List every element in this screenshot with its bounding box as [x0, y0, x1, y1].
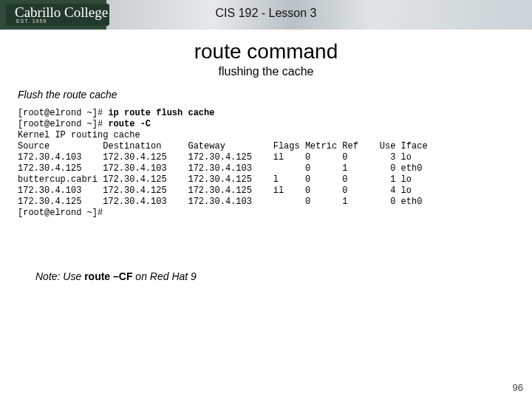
cell: 172.30.4.103 — [103, 163, 166, 174]
prompt: [root@elrond ~]# — [18, 108, 108, 118]
command: ip route flush cache — [108, 108, 214, 118]
cell: 172.30.4.103 — [188, 163, 251, 174]
col-source: Source — [18, 141, 50, 151]
cell: 0 — [390, 163, 395, 174]
page-number: 96 — [513, 382, 523, 393]
cell: 0 — [305, 163, 310, 174]
cell: 1 — [390, 174, 395, 185]
section-label: Flush the route cache — [18, 89, 519, 100]
command: route -C — [108, 119, 151, 129]
cell: 0 — [305, 152, 310, 163]
cell: 0 — [305, 174, 310, 185]
slide-subheading: flushing the cache — [13, 65, 519, 78]
output-line: Kernel IP routing cache — [18, 130, 140, 140]
cell: 3 — [390, 152, 395, 163]
col-flags: Flags — [273, 141, 300, 151]
cell: 172.30.4.103 — [18, 185, 81, 196]
cell: 0 — [390, 197, 395, 207]
cell: lo — [401, 174, 412, 185]
cell: 172.30.4.125 — [188, 152, 251, 163]
cell: 172.30.4.103 — [103, 197, 166, 207]
col-ref: Ref — [342, 141, 358, 151]
col-iface: Iface — [401, 141, 428, 151]
cell: 172.30.4.125 — [18, 197, 81, 207]
slide-banner: Cabrillo College EST. 1959 CIS 192 - Les… — [0, 0, 532, 30]
cell: 172.30.4.125 — [103, 152, 166, 163]
note-command: route –CF — [84, 270, 132, 282]
note-lead: Note: Use — [35, 270, 84, 282]
slide-heading: route command — [13, 40, 519, 64]
note-tail: on Red Hat 9 — [132, 270, 196, 282]
cell: l — [273, 174, 279, 185]
cell: 0 — [342, 185, 347, 196]
cell: 1 — [342, 163, 347, 174]
cell: 4 — [390, 185, 395, 196]
cell: 0 — [305, 185, 310, 196]
col-gateway: Gateway — [188, 141, 225, 151]
cell: 172.30.4.125 — [18, 163, 81, 174]
col-metric: Metric — [305, 141, 337, 151]
cell: 172.30.4.125 — [188, 185, 251, 196]
cell: 172.30.4.125 — [103, 185, 166, 196]
cell: eth0 — [401, 197, 423, 207]
slide-body: route command flushing the cache Flush t… — [0, 30, 532, 282]
terminal-output: [root@elrond ~]# ip route flush cache [r… — [18, 108, 519, 219]
col-destination: Destination — [103, 141, 161, 151]
col-use: Use — [380, 141, 396, 151]
cell: 172.30.4.125 — [188, 174, 251, 185]
footnote: Note: Use route –CF on Red Hat 9 — [35, 270, 519, 282]
cell: il — [273, 152, 284, 163]
cell: eth0 — [401, 163, 423, 174]
cell: 0 — [342, 174, 347, 185]
prompt: [root@elrond ~]# — [18, 208, 103, 218]
cell: 1 — [342, 197, 347, 207]
cell: lo — [401, 185, 412, 196]
cell: 0 — [342, 152, 347, 163]
cell: 172.30.4.125 — [103, 174, 166, 185]
cell: 0 — [305, 197, 310, 207]
cell: il — [273, 185, 284, 196]
banner-title: CIS 192 - Lesson 3 — [0, 7, 532, 20]
cell: buttercup.cabri — [18, 174, 98, 185]
cell: 172.30.4.103 — [18, 152, 81, 163]
prompt: [root@elrond ~]# — [18, 119, 108, 129]
cell: 172.30.4.103 — [188, 197, 251, 207]
cell: lo — [401, 152, 412, 163]
